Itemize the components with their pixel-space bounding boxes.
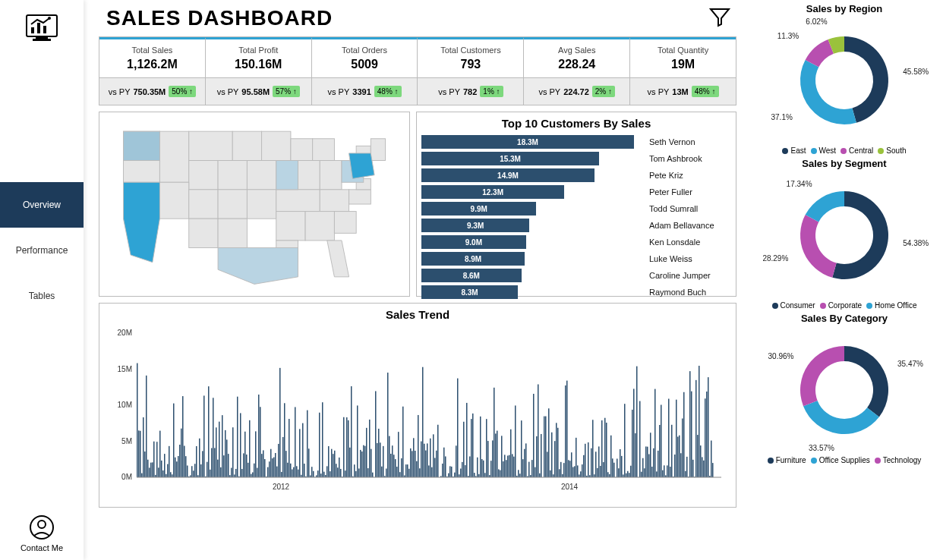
legend-item[interactable]: Office Supplies <box>811 456 870 464</box>
svg-rect-422 <box>706 392 708 477</box>
svg-rect-3 <box>43 26 46 33</box>
svg-rect-367 <box>623 474 624 477</box>
legend-item[interactable]: Consumer <box>772 301 815 310</box>
us-map <box>104 117 405 291</box>
svg-rect-281 <box>492 440 494 477</box>
filter-icon[interactable] <box>708 5 732 29</box>
legend-item[interactable]: Home Office <box>866 301 916 310</box>
customer-row[interactable]: 8.3MRaymond Buch <box>421 285 731 300</box>
svg-rect-31 <box>218 219 247 247</box>
svg-text:5M: 5M <box>121 437 132 445</box>
svg-rect-53 <box>146 376 147 477</box>
legend-item[interactable]: Technology <box>875 456 922 464</box>
svg-rect-335 <box>574 466 576 477</box>
legend-item[interactable]: South <box>878 146 906 155</box>
svg-rect-15 <box>291 139 313 161</box>
svg-text:15M: 15M <box>118 365 132 373</box>
customer-row[interactable]: 14.9MPete Kriz <box>421 168 731 183</box>
svg-rect-66 <box>166 474 167 477</box>
svg-rect-196 <box>363 445 364 477</box>
svg-rect-157 <box>304 464 305 477</box>
kpi-card[interactable]: Total Customers793 vs PY 782 1% ↑ <box>418 37 524 105</box>
svg-rect-392 <box>661 405 662 477</box>
svg-rect-163 <box>313 471 314 477</box>
svg-rect-257 <box>456 445 457 477</box>
nav-overview[interactable]: Overview <box>0 182 84 228</box>
svg-rect-361 <box>613 463 615 477</box>
svg-rect-276 <box>484 473 486 477</box>
customer-row[interactable]: 9.9MTodd Sumrall <box>421 201 731 216</box>
svg-rect-301 <box>522 459 524 477</box>
svg-rect-129 <box>261 454 263 477</box>
nav: Overview Performance Tables <box>0 182 84 319</box>
svg-rect-221 <box>401 458 402 477</box>
donut-segment-chart[interactable] <box>780 171 909 300</box>
svg-rect-353 <box>601 420 603 477</box>
svg-rect-116 <box>241 469 243 477</box>
svg-rect-382 <box>645 446 647 477</box>
customer-row[interactable]: 18.3MSeth Vernon <box>421 134 731 149</box>
svg-rect-285 <box>498 469 500 477</box>
svg-rect-420 <box>703 461 705 477</box>
svg-rect-380 <box>642 458 644 477</box>
svg-rect-48 <box>138 430 140 477</box>
customer-row[interactable]: 15.3MTom Ashbrook <box>421 151 731 166</box>
svg-rect-390 <box>658 451 659 477</box>
svg-rect-12 <box>189 131 233 160</box>
svg-rect-378 <box>639 401 641 477</box>
svg-rect-250 <box>445 456 446 477</box>
svg-rect-370 <box>627 471 629 477</box>
legend-item[interactable]: West <box>811 146 837 155</box>
svg-rect-387 <box>653 448 654 477</box>
nav-tables[interactable]: Tables <box>0 273 84 319</box>
kpi-value: 19M <box>633 58 733 71</box>
nav-performance[interactable]: Performance <box>0 228 84 273</box>
svg-rect-56 <box>150 463 152 477</box>
svg-rect-159 <box>307 411 308 477</box>
customer-row[interactable]: 8.6MCaroline Jumper <box>421 268 731 283</box>
legend-item[interactable]: East <box>782 146 806 155</box>
kpi-card[interactable]: Total Quantity19M vs PY 13M 48% ↑ <box>630 37 736 105</box>
svg-rect-407 <box>683 392 685 477</box>
kpi-card[interactable]: Total Profit150.16M vs PY 95.58M 57% ↑ <box>206 37 312 105</box>
svg-rect-328 <box>563 463 565 477</box>
customer-row[interactable]: 9.0MKen Lonsdale <box>421 234 731 250</box>
svg-rect-27 <box>276 190 320 212</box>
svg-rect-172 <box>326 466 328 477</box>
customer-row[interactable]: 12.3MPeter Fuller <box>421 184 731 200</box>
contact-me[interactable]: Contact Me <box>0 514 84 552</box>
donut-region-chart[interactable] <box>780 16 909 145</box>
svg-rect-54 <box>147 460 149 477</box>
customer-row[interactable]: 8.9MLuke Weiss <box>421 251 731 266</box>
map-panel[interactable] <box>99 112 410 297</box>
dashboard-logo-icon <box>24 9 60 46</box>
svg-rect-274 <box>481 459 483 477</box>
sales-trend-chart[interactable]: 0M5M10M15M20M 20122014 <box>104 326 731 500</box>
kpi-card[interactable]: Avg Sales228.24 vs PY 224.72 2% ↑ <box>524 37 630 105</box>
svg-rect-311 <box>538 384 539 477</box>
svg-rect-125 <box>255 431 257 477</box>
donut-category-chart[interactable] <box>780 326 909 455</box>
customer-row[interactable]: 9.3MAdam Bellavance <box>421 218 731 233</box>
svg-rect-23 <box>159 182 188 219</box>
svg-rect-389 <box>656 471 658 477</box>
svg-rect-180 <box>339 458 340 477</box>
kpi-card[interactable]: Total Orders5009 vs PY 3391 48% ↑ <box>312 37 418 105</box>
svg-rect-381 <box>644 468 645 477</box>
legend-item[interactable]: Furniture <box>768 456 806 464</box>
right-panel: Sales by Region 45.58%37.1%11.3%6.02% Ea… <box>752 0 937 560</box>
svg-rect-388 <box>654 389 656 477</box>
svg-rect-1 <box>31 27 34 33</box>
svg-rect-294 <box>512 454 513 477</box>
svg-rect-339 <box>580 471 582 477</box>
legend-item[interactable]: Central <box>840 146 873 155</box>
kpi-value: 228.24 <box>527 58 626 71</box>
svg-rect-40 <box>276 161 298 190</box>
svg-rect-365 <box>620 449 621 477</box>
svg-rect-217 <box>395 459 396 477</box>
svg-text:2012: 2012 <box>273 483 290 491</box>
svg-rect-399 <box>671 425 673 477</box>
legend-item[interactable]: Corporate <box>820 301 862 310</box>
kpi-card[interactable]: Total Sales1,126.2M vs PY 750.35M 50% ↑ <box>99 37 206 105</box>
svg-rect-135 <box>270 449 272 477</box>
